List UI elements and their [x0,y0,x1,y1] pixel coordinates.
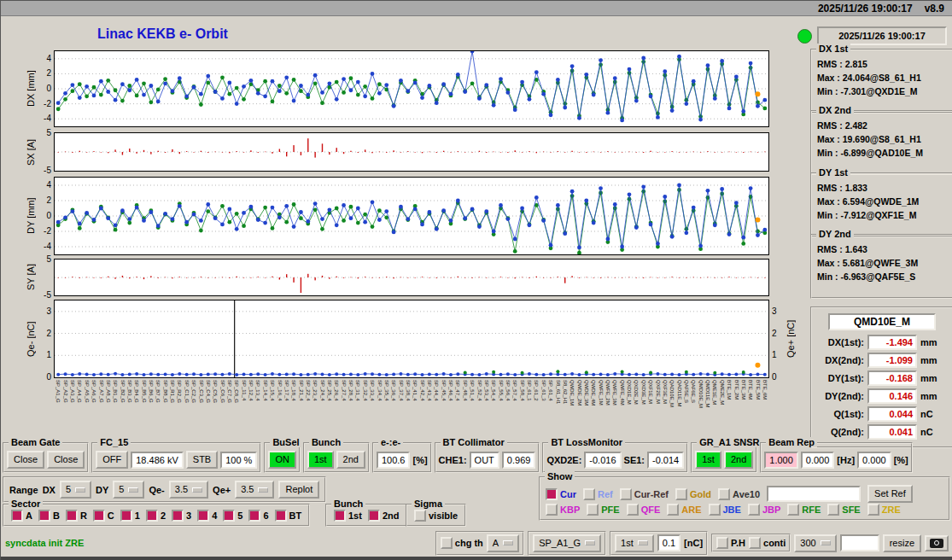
checkbox-3[interactable]: 3 [172,510,191,522]
checkbox-jbp[interactable]: JBP [748,504,780,516]
threshold-unit: [nC] [684,538,703,548]
checkbox-box-icon [583,488,595,500]
bpm-label: BTE_5M [753,380,760,435]
sector-group: Sector ABRC123456BT [3,504,310,527]
gr-snsr-2nd-button[interactable]: 2nd [724,451,753,469]
fc15-label: FC_15 [97,437,131,447]
bpm-label: SP_18_4 [289,380,296,435]
che1-label: CHE1: [439,455,467,465]
range-dy-select[interactable]: 5 [113,481,144,499]
resize-button[interactable]: resize [883,534,921,552]
checkbox-2nd[interactable]: 2nd [368,510,400,522]
y-tick-label: -5 [44,290,51,300]
plot-panel-sy: 5-5SY [A] [54,259,769,296]
plot-svg-sy [55,260,768,295]
checkbox-ref[interactable]: Ref [583,488,613,500]
checkbox-qfe[interactable]: QFE [627,504,661,516]
show-row-1-items: CurRefCur-RefGoldAve10 [546,488,760,500]
checkbox-jbe[interactable]: JBE [709,504,741,516]
checkbox-chg-th[interactable]: chg th [441,537,483,549]
busel-label: BuSel [270,437,301,447]
bunch-2nd-button[interactable]: 2nd [336,451,365,469]
sector-a-select[interactable]: A [487,534,519,552]
bunch-1st-button[interactable]: 1st [307,451,334,469]
bpm-label: SP_B8_G [161,380,167,435]
replot-button[interactable]: Replot [278,481,319,499]
checkbox-label: B [53,510,60,521]
checkbox-are[interactable]: ARE [667,504,701,516]
interval-select[interactable]: 300 [794,534,836,552]
checkbox-4[interactable]: 4 [197,510,217,522]
beam-gate-close-2-button[interactable]: Close [47,451,85,469]
bpm-label: QWFE_2M [604,380,610,435]
checkbox-zre[interactable]: ZRE [867,504,901,516]
y-axis-label-dy: DY [mm] [26,178,36,254]
checkbox-conti[interactable]: conti [749,537,786,549]
screenshot-button[interactable] [925,535,949,551]
bpm-label: QME2E_M [717,380,724,435]
range-dx-select[interactable]: 5 [60,481,91,499]
checkbox-r[interactable]: R [66,510,87,522]
monitor-row-unit: nC [920,427,933,437]
checkbox-box-icon [146,510,158,522]
sp-a1g-select[interactable]: SP_A1_G [533,534,601,552]
checkbox-box-icon [716,537,728,549]
bt-collimator-group: BT Collimator CHE1: OUT 0.969 [435,442,540,473]
bpm-label: QME1E_M [710,380,717,435]
checkbox-1[interactable]: 1 [120,510,140,522]
checkbox-gold[interactable]: Gold [675,488,711,500]
stat-max: Max : 6.594@QWDE_1M [817,195,952,208]
gr-snsr-1st-button[interactable]: 1st [695,451,721,469]
bunch-1st-select[interactable]: 1st [615,534,654,552]
checkbox-box-icon [867,504,879,516]
monitor-row-value: 0.041 [867,424,917,440]
checkbox-ph[interactable]: P.H [716,537,745,549]
monitor-row: Q(2nd): 0.041 nC [815,424,949,440]
monitor-row-label: DX(1st): [815,337,864,347]
fc15-off-button[interactable]: OFF [96,451,128,469]
checkbox-kbp[interactable]: KBP [546,504,580,516]
sector-a-value: A [493,538,499,549]
bpm-label: SP_48_4 [460,380,467,435]
fc15-stb-button[interactable]: STB [186,451,218,469]
y-tick-label: -2 [44,99,51,109]
range-qem-select[interactable]: 3.5 [169,481,208,499]
checkbox-box-icon [334,510,346,522]
busel-on-button[interactable]: ON [268,451,296,469]
checkbox-a[interactable]: A [11,510,32,522]
y-tick-label: 2 [46,329,51,339]
checkbox-label: Cur [560,489,576,499]
checkbox-box-icon [749,537,761,549]
checkbox-cur-ref[interactable]: Cur-Ref [620,488,669,500]
ref-input[interactable] [767,486,861,502]
checkbox-ave10[interactable]: Ave10 [718,488,760,500]
set-ref-button[interactable]: Set Ref [867,485,913,503]
ee-ratio-unit: [%] [412,455,427,465]
checkbox-label: 4 [212,510,217,521]
beam-gate-close-1-button[interactable]: Close [7,451,44,469]
checkbox-5[interactable]: 5 [223,510,242,522]
bpm-label: SP_A4_G [75,380,82,435]
bpm-label: SP_21_4 [296,380,303,435]
checkbox-bt[interactable]: BT [275,510,302,522]
range-dx-value: 5 [66,484,71,495]
stat-rms: RMS : 2.815 [817,57,952,71]
checkbox-b[interactable]: B [38,510,60,522]
bunch-select-group: Bunch 1st 2nd [303,442,370,473]
checkbox-pfe[interactable]: PFE [587,504,619,516]
checkbox-1st[interactable]: 1st [334,510,362,522]
range-qep-select[interactable]: 3.5 [235,481,274,499]
y-axis-label-q: Qe- [nC] [26,300,36,377]
checkbox-visible[interactable]: visible [414,510,458,522]
bpm-label: SP_R1_G [168,380,175,435]
checkbox-cur[interactable]: Cur [546,488,576,500]
checkbox-c[interactable]: C [93,510,114,522]
qxd2e-label: QXD2E: [546,455,581,465]
checkbox-6[interactable]: 6 [248,510,268,522]
show-row-1: CurRefCur-RefGoldAve10 Set Ref [546,485,943,503]
checkbox-label: Ave10 [733,489,760,499]
checkbox-sfe[interactable]: SFE [827,504,860,516]
checkbox-rfe[interactable]: RFE [787,504,821,516]
checkbox-2[interactable]: 2 [146,510,166,522]
ee-ratio-display: 100.6 [377,452,411,469]
